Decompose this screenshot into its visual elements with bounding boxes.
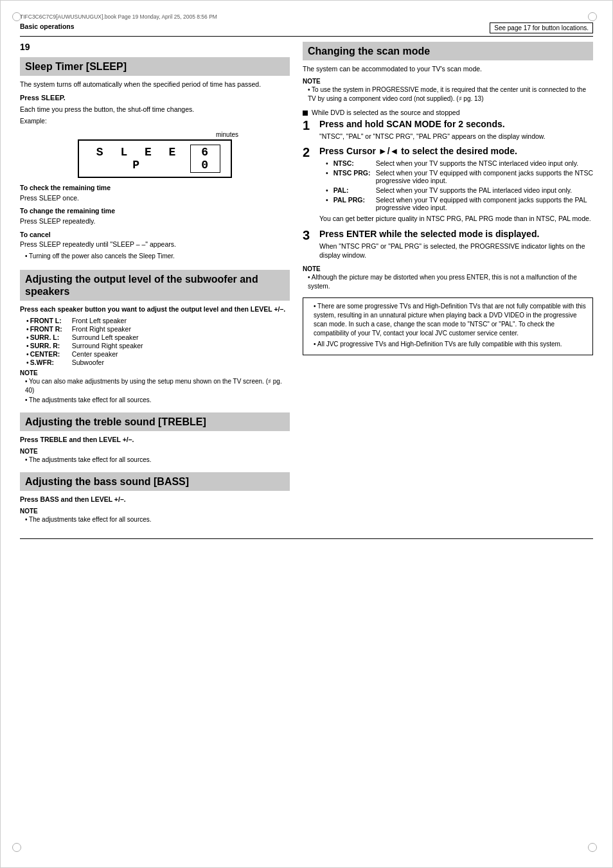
step-1-body: "NTSC", "PAL" or "NTSC PRG", "PAL PRG" a…: [319, 132, 593, 141]
speaker-surr-r: SURR. R: Surround Right speaker: [20, 342, 290, 350]
corner-mark-tl: [12, 12, 25, 25]
corner-mark-br: [588, 843, 601, 856]
scan-ntsc-prg-name: NTSC PRG:: [333, 169, 372, 184]
speaker-desc-front-l: Front Left speaker: [72, 317, 127, 324]
bass-section: Adjusting the bass sound [BASS] Press BA…: [20, 472, 290, 524]
speaker-center: CENTER: Center speaker: [20, 350, 290, 358]
sleep-timer-title: Sleep Timer [SLEEP]: [25, 60, 285, 73]
example-label: Example:: [20, 117, 290, 126]
scan-box-note-1: There are some progressive TVs and High-…: [308, 302, 587, 338]
scan-pal: PAL: Select when your TV supports the PA…: [319, 186, 593, 194]
treble-header: Adjusting the treble sound [TREBLE]: [20, 412, 290, 431]
subwoofer-title: Adjusting the output level of the subwoo…: [25, 273, 285, 297]
sleep-box: S L E E P 6 0: [78, 139, 232, 178]
file-info: TIFC3C6C7C9[AUWUSUNUGUX].book Page 19 Mo…: [20, 13, 593, 20]
bass-note-label: NOTE: [20, 508, 290, 515]
bass-press-heading: Press BASS and then LEVEL +/–.: [20, 495, 290, 504]
cancel-note: Turning off the power also cancels the S…: [20, 252, 290, 261]
change-body: Press SLEEP repeatedly.: [20, 217, 290, 226]
check-body: Press SLEEP once.: [20, 193, 290, 203]
subwoofer-note-2: The adjustments take effect for all sour…: [20, 396, 290, 405]
sleep-timer-header: Sleep Timer [SLEEP]: [20, 57, 290, 76]
step-2-content: Press Cursor ►/◄ to select the desired m…: [319, 146, 593, 223]
corner-mark-bl: [12, 843, 25, 856]
speaker-front-l: FRONT L: Front Left speaker: [20, 317, 290, 324]
subwoofer-header: Adjusting the output level of the subwoo…: [20, 270, 290, 301]
step-2-number: 2: [303, 146, 315, 159]
step-3-body: When "NTSC PRG" or "PAL PRG" is selected…: [319, 242, 593, 260]
bottom-divider: [20, 538, 593, 539]
speaker-desc-swfr: Subwoofer: [72, 359, 104, 366]
section-title: Basic operations: [20, 22, 75, 30]
speaker-swfr: S.WFR: Subwoofer: [20, 359, 290, 366]
scan-ntsc-name: NTSC:: [333, 159, 372, 167]
treble-note-1: The adjustments take effect for all sour…: [20, 456, 290, 465]
corner-mark-tr: [588, 12, 601, 25]
step-1-content: Press and hold SCAN MODE for 2 seconds. …: [319, 119, 593, 141]
treble-section: Adjusting the treble sound [TREBLE] Pres…: [20, 412, 290, 465]
change-heading: To change the remaining time: [20, 206, 290, 216]
scan-note-label: NOTE: [303, 78, 593, 85]
left-column: 19 Sleep Timer [SLEEP] The system turns …: [20, 42, 290, 532]
scan-mode-header: Changing the scan mode: [303, 42, 593, 60]
sleep-display-wrapper: minutes S L E E P 6 0: [71, 131, 238, 178]
page-number: 19: [20, 42, 290, 52]
step-1-number: 1: [303, 119, 315, 132]
sleep-timer-section: Sleep Timer [SLEEP] The system turns off…: [20, 57, 290, 261]
speaker-name-front-l: FRONT L:: [30, 317, 72, 324]
bass-title: Adjusting the bass sound [BASS]: [25, 475, 285, 488]
step-3-number: 3: [303, 229, 315, 242]
scan-mode-section: Changing the scan mode The system can be…: [303, 42, 593, 355]
right-column: Changing the scan mode The system can be…: [303, 42, 593, 532]
scan-pal-prg: PAL PRG: Select when your TV equipped wi…: [319, 196, 593, 211]
subwoofer-note-label: NOTE: [20, 369, 290, 376]
scan-mode-title: Changing the scan mode: [308, 45, 588, 57]
step-3-content: Press ENTER while the selected mode is d…: [319, 229, 593, 260]
step-1-title: Press and hold SCAN MODE for 2 seconds.: [319, 119, 593, 130]
treble-title: Adjusting the treble sound [TREBLE]: [25, 416, 285, 428]
speaker-surr-l: SURR. L: Surround Left speaker: [20, 333, 290, 341]
scan-note-box: There are some progressive TVs and High-…: [303, 297, 593, 355]
scan-note2-1: Although the picture may be distorted wh…: [303, 273, 593, 291]
minutes-label: minutes: [216, 131, 238, 138]
cancel-heading: To cancel: [20, 230, 290, 240]
scan-pal-prg-desc: Select when your TV equipped with compon…: [376, 196, 593, 211]
speaker-front-r: FRONT R: Front Right speaker: [20, 325, 290, 333]
speaker-name-center: CENTER:: [30, 350, 72, 358]
scan-note2-label: NOTE: [303, 265, 593, 272]
page-header: Basic operations See page 17 for button …: [20, 22, 593, 37]
sleep-intro: The system turns off automatically when …: [20, 80, 290, 89]
speaker-name-swfr: S.WFR:: [30, 359, 72, 366]
scan-pal-name: PAL:: [333, 186, 372, 194]
treble-press-heading: Press TREBLE and then LEVEL +/–.: [20, 435, 290, 445]
speaker-desc-front-r: Front Right speaker: [72, 325, 131, 333]
speaker-name-surr-r: SURR. R:: [30, 342, 72, 350]
press-sleep-body: Each time you press the button, the shut…: [20, 105, 290, 114]
header-note: See page 17 for button locations.: [490, 22, 593, 33]
scan-ntsc-desc: Select when your TV supports the NTSC in…: [376, 159, 593, 167]
page: TIFC3C6C7C9[AUWUSUNUGUX].book Page 19 Mo…: [0, 0, 613, 868]
scan-pal-desc: Select when your TV supports the PAL int…: [376, 186, 593, 194]
black-bullet-icon: [303, 111, 308, 116]
scan-box-note-2: All JVC progressive TVs and High-Definit…: [308, 340, 587, 349]
main-layout: 19 Sleep Timer [SLEEP] The system turns …: [20, 42, 593, 532]
subwoofer-note-1: You can also make adjustments by using t…: [20, 377, 290, 395]
speaker-name-front-r: FRONT R:: [30, 325, 72, 333]
subwoofer-section: Adjusting the output level of the subwoo…: [20, 270, 290, 405]
treble-note-label: NOTE: [20, 448, 290, 455]
speaker-list: FRONT L: Front Left speaker FRONT R: Fro…: [20, 317, 290, 366]
step-2-title: Press Cursor ►/◄ to select the desired m…: [319, 146, 593, 157]
scan-ntsc-prg: NTSC PRG: Select when your TV equipped w…: [319, 169, 593, 184]
subwoofer-press-heading: Press each speaker button you want to ad…: [20, 305, 290, 314]
scan-ntsc: NTSC: Select when your TV supports the N…: [319, 159, 593, 167]
cancel-body: Press SLEEP repeatedly until "SLEEP – –"…: [20, 240, 290, 249]
bass-note-1: The adjustments take effect for all sour…: [20, 515, 290, 524]
scan-options: NTSC: Select when your TV supports the N…: [319, 159, 593, 211]
press-sleep-heading: Press SLEEP.: [20, 93, 290, 103]
bass-header: Adjusting the bass sound [BASS]: [20, 472, 290, 491]
speaker-name-surr-l: SURR. L:: [30, 333, 72, 341]
step-3-title: Press ENTER while the selected mode is d…: [319, 229, 593, 240]
sleep-text: S L E E P: [89, 146, 188, 172]
step-1: 1 Press and hold SCAN MODE for 2 seconds…: [303, 119, 593, 141]
scan-pal-prg-name: PAL PRG:: [333, 196, 372, 211]
